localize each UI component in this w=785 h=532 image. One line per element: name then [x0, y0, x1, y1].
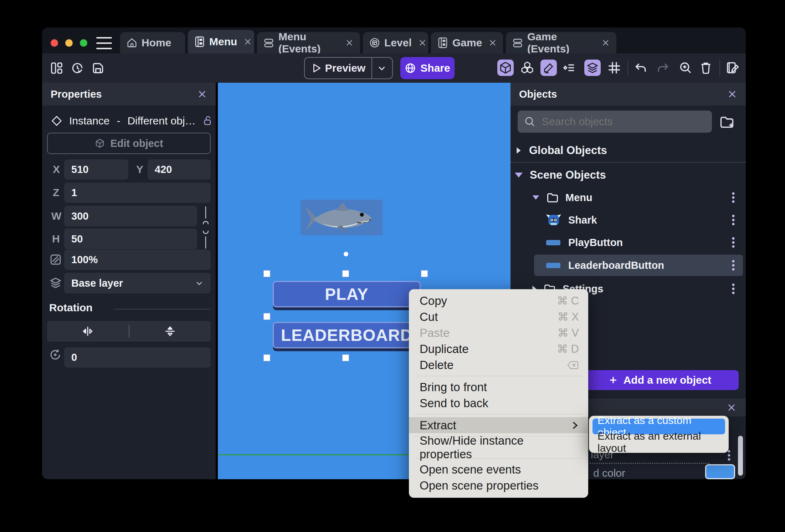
tab-game-events[interactable]: Game (Events) — [506, 32, 616, 53]
window-zoom-button[interactable] — [80, 39, 87, 47]
tab-menu[interactable]: Menu — [188, 30, 254, 53]
shark-sprite[interactable] — [301, 200, 383, 235]
panels-layout-icon[interactable] — [50, 61, 63, 75]
selection-rotate-handle[interactable] — [344, 252, 348, 256]
z-input[interactable]: 1 — [64, 183, 211, 203]
expand-arrow-icon[interactable] — [515, 173, 523, 178]
h-input[interactable]: 50 — [64, 229, 197, 249]
tab-game[interactable]: Game — [431, 32, 503, 53]
grid-icon[interactable] — [607, 61, 621, 75]
close-icon[interactable] — [345, 39, 354, 47]
close-icon[interactable] — [418, 39, 427, 47]
home-icon — [127, 37, 137, 48]
undo-icon[interactable] — [634, 61, 648, 75]
chevron-down-icon — [195, 279, 204, 287]
menu-item-duplicate[interactable]: Duplicate⌘ D — [409, 341, 588, 357]
tab-level[interactable]: Level — [363, 32, 428, 53]
close-icon[interactable] — [243, 37, 252, 46]
submenu-item-extract-external-layout[interactable]: Extract as an external layout — [592, 434, 725, 450]
flip-horizontal-button[interactable] — [47, 325, 129, 337]
scrollbar-thumb[interactable] — [738, 436, 743, 476]
window-minimize-button[interactable] — [65, 39, 73, 47]
add-new-object-button[interactable]: Add a new object — [581, 370, 739, 390]
color-swatch[interactable] — [705, 464, 735, 479]
play-button-instance[interactable]: PLAY — [273, 281, 421, 307]
tree-item-playbutton[interactable]: PlayButton — [546, 232, 740, 252]
collapse-arrow-icon[interactable] — [517, 147, 520, 154]
selection-handle[interactable] — [421, 270, 428, 277]
share-button[interactable]: Share — [400, 57, 455, 79]
hamburger-menu-icon[interactable] — [96, 37, 112, 49]
trash-icon[interactable] — [699, 61, 713, 75]
close-icon[interactable] — [727, 89, 737, 99]
window-close-button[interactable] — [51, 39, 58, 47]
kebab-menu-icon[interactable] — [732, 283, 735, 295]
scene-objects-section[interactable]: Scene Objects — [515, 166, 740, 184]
flip-vertical-button[interactable] — [129, 325, 211, 337]
tree-item-leaderboardbutton[interactable]: LeaderboardButton — [546, 255, 740, 275]
tab-home[interactable]: Home — [120, 32, 185, 53]
opacity-input[interactable]: 100% — [64, 250, 211, 270]
opacity-icon — [49, 253, 62, 266]
instances-list-toggle[interactable] — [519, 60, 535, 76]
menu-item-extract[interactable]: Extract — [409, 417, 588, 433]
selection-handle[interactable] — [263, 270, 270, 277]
kebab-menu-icon[interactable] — [732, 214, 735, 226]
search-box[interactable] — [518, 111, 712, 133]
link-width-height-icon[interactable] — [200, 206, 211, 249]
add-folder-icon[interactable] — [719, 114, 735, 130]
y-input[interactable]: 420 — [148, 159, 211, 180]
layers-panel-toggle[interactable] — [584, 60, 601, 76]
layer-select[interactable]: Base layer — [64, 273, 211, 293]
kebab-menu-icon[interactable] — [732, 259, 735, 271]
menu-item-delete[interactable]: Delete — [409, 357, 588, 373]
objects-panel-toggle[interactable] — [497, 60, 514, 76]
edit-object-button[interactable]: Edit object — [47, 133, 211, 154]
version-history-icon[interactable] — [71, 61, 84, 75]
menu-item-copy[interactable]: Copy⌘ C — [409, 293, 588, 309]
menu-item-paste[interactable]: Paste⌘ V — [409, 325, 588, 341]
redo-icon[interactable] — [656, 61, 669, 75]
w-input[interactable]: 300 — [64, 206, 197, 226]
tree-folder-menu[interactable]: Menu — [532, 188, 740, 208]
menu-divider — [414, 414, 583, 414]
kebab-menu-icon[interactable] — [732, 191, 735, 204]
leaderboard-button-instance[interactable]: LEADERBOARD — [273, 322, 421, 348]
shark-object-icon — [546, 213, 561, 227]
save-icon[interactable] — [91, 61, 105, 75]
preview-button[interactable]: Preview — [304, 57, 393, 79]
chevron-down-icon[interactable] — [373, 63, 386, 73]
menu-item-open-scene-events[interactable]: Open scene events — [409, 461, 588, 477]
lock-open-icon[interactable] — [203, 116, 213, 126]
menu-item-show-hide-instance-properties[interactable]: Show/Hide instance properties — [409, 439, 588, 455]
properties-panel-toggle[interactable] — [540, 60, 557, 76]
close-icon[interactable] — [197, 89, 207, 99]
search-input[interactable] — [541, 115, 706, 128]
close-icon[interactable] — [488, 39, 497, 47]
expand-arrow-icon[interactable] — [533, 195, 539, 200]
button-object-icon — [546, 263, 560, 268]
menu-item-send-to-back[interactable]: Send to back — [409, 395, 588, 411]
zoom-in-icon[interactable] — [679, 61, 692, 75]
kebab-menu-icon[interactable] — [727, 449, 731, 461]
tree-item-shark[interactable]: Shark — [546, 210, 740, 230]
global-objects-section[interactable]: Global Objects — [516, 142, 740, 159]
kebab-menu-icon[interactable] — [732, 236, 735, 249]
close-icon[interactable] — [601, 39, 610, 47]
angle-input[interactable]: 0 — [64, 347, 211, 368]
edit-scene-properties-icon[interactable] — [726, 61, 740, 75]
selection-handle[interactable] — [342, 354, 349, 361]
close-icon[interactable] — [727, 403, 737, 413]
instances-list-icon — [562, 61, 576, 75]
x-input[interactable]: 510 — [64, 159, 128, 180]
selection-handle[interactable] — [342, 270, 349, 277]
menu-item-bring-to-front[interactable]: Bring to front — [409, 379, 588, 395]
selection-handle[interactable] — [263, 313, 270, 320]
instances-toggle[interactable] — [561, 60, 577, 76]
selection-handle[interactable] — [263, 354, 270, 361]
menu-item-open-scene-properties[interactable]: Open scene properties — [409, 477, 588, 493]
tab-menu-events[interactable]: Menu (Events) — [257, 32, 360, 53]
tab-label: Level — [384, 37, 412, 49]
menu-item-cut[interactable]: Cut⌘ X — [409, 309, 588, 325]
tab-label: Menu — [209, 36, 237, 48]
